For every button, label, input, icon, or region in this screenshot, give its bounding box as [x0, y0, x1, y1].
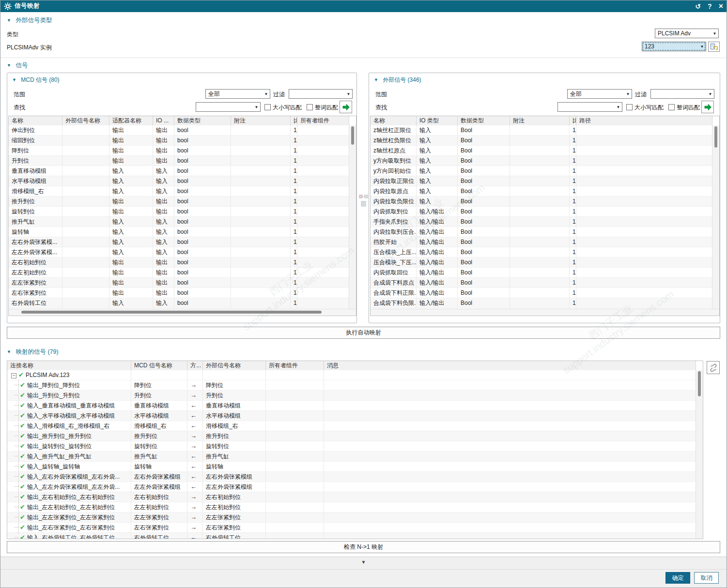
table-row[interactable]: 压合模块_下压...输入/输出Bool1: [371, 257, 712, 268]
table-row[interactable]: 旋转轴输入输入bool1: [9, 227, 349, 237]
column-header[interactable]: MCD 信号名称: [131, 361, 187, 370]
column-header[interactable]: 适配器名称: [109, 116, 153, 125]
table-row[interactable]: 左左外袋张紧模...输入输入bool1: [9, 247, 349, 257]
column-header[interactable]: 连接名称: [7, 361, 131, 370]
horizontal-scrollbar[interactable]: [371, 309, 719, 316]
column-header[interactable]: IO ...: [153, 116, 174, 125]
column-header[interactable]: 外部信号名称: [203, 361, 266, 370]
table-row[interactable]: 内袋拉取负限位输入Bool1: [371, 196, 712, 207]
table-row[interactable]: 缩回到位输出输出bool1: [9, 136, 349, 146]
vertical-scrollbar[interactable]: [349, 125, 356, 309]
mcd-filter-select[interactable]: ▼: [289, 89, 353, 99]
table-row[interactable]: 降到位输出输出bool1: [9, 146, 349, 156]
mapped-signal-row[interactable]: ✔输出_旋转到位_旋转到位旋转到位→旋转到位: [7, 441, 696, 452]
table-row[interactable]: 合成袋下料负限...输入/输出Bool1: [371, 298, 712, 308]
column-header[interactable]: 外部信号名称: [62, 116, 109, 125]
table-row[interactable]: 内袋抓取到位输入/输出Bool1: [371, 207, 712, 217]
table-row[interactable]: 合成袋下料原点输入/输出Bool1: [371, 278, 712, 288]
scrollbar-thumb[interactable]: [714, 126, 717, 148]
scrollbar-thumb[interactable]: [698, 371, 701, 396]
ext-match-case[interactable]: 大小写匹配: [626, 104, 664, 112]
horizontal-scrollbar[interactable]: [9, 309, 356, 316]
table-row[interactable]: 右外袋转工位输入输入bool1: [9, 298, 349, 308]
column-header[interactable]: 名称: [9, 116, 62, 125]
mapped-signal-row[interactable]: ✔输入_滑移模组_右_滑移模组_右滑移模组_右←滑移模组_右: [7, 421, 696, 431]
vertical-scrollbar[interactable]: [712, 125, 719, 309]
column-header[interactable]: IO 类型: [417, 116, 458, 125]
mapped-signal-row[interactable]: ✔输出_左左初始到位_左左初始到位左左初始到位→左左初始到位: [7, 502, 696, 513]
ext-find-next-button[interactable]: [701, 101, 714, 113]
section-external-signal-type[interactable]: ▼ 外部信号类型: [7, 16, 52, 25]
help-icon[interactable]: ?: [708, 3, 712, 10]
mapped-signal-row[interactable]: ✔输入_推升气缸_推升气缸推升气缸←推升气缸: [7, 452, 696, 462]
table-row[interactable]: 左右初始到位输出输出bool1: [9, 257, 349, 268]
break-mapping-button[interactable]: [707, 361, 720, 374]
table-row[interactable]: z轴丝杠正限位输入Bool1: [371, 125, 712, 136]
table-row[interactable]: 垂直移动模组输入输入bool1: [9, 166, 349, 176]
match-case-checkbox[interactable]: [264, 104, 271, 110]
collapse-handle[interactable]: ▼: [0, 559, 727, 565]
mapped-signal-row[interactable]: ✔输出_降到位_降到位降到位→降到位: [7, 380, 696, 391]
mapped-signal-row[interactable]: ✔输入_旋转轴_旋转轴旋转轴←旋转轴: [7, 462, 696, 472]
table-row[interactable]: 推升到位输出输出bool1: [9, 196, 349, 207]
section-mapped-signals[interactable]: ▼ 映射的信号 (79): [7, 348, 59, 356]
vertical-scrollbar[interactable]: [696, 370, 703, 539]
table-row[interactable]: z轴丝杠负限位输入Bool1: [371, 136, 712, 146]
refresh-instances-button[interactable]: [708, 42, 720, 52]
mcd-panel-title[interactable]: ▼ MCD 信号 (80): [12, 76, 60, 84]
table-row[interactable]: 滑移模组_右输入输入bool1: [9, 186, 349, 196]
mapped-signal-row[interactable]: ✔输入_垂直移动模组_垂直移动模组垂直移动模组←垂直移动模组: [7, 401, 696, 411]
table-row[interactable]: z轴丝杠原点输入Bool1: [371, 146, 712, 156]
external-panel-title[interactable]: ▼ 外部信号 (346): [374, 76, 421, 84]
mapped-signal-row[interactable]: ✔输出_左右张紧到位_左右张紧到位左右张紧到位→左右张紧到位: [7, 523, 696, 533]
table-row[interactable]: 左左初始到位输出输出bool1: [9, 268, 349, 278]
check-n-to-1-button[interactable]: 检查 N->1 映射: [7, 541, 720, 553]
column-header[interactable]: 所有者组件: [297, 116, 349, 125]
mcd-find-next-button[interactable]: [340, 101, 352, 113]
ext-find-input[interactable]: ▼: [557, 102, 622, 112]
tree-collapse-toggle[interactable]: –: [11, 373, 16, 378]
table-row[interactable]: 水平移动模组输入输入bool1: [9, 176, 349, 186]
auto-map-button[interactable]: 执行自动映射: [7, 327, 720, 339]
table-row[interactable]: 左右外袋张紧模...输入输入bool1: [9, 237, 349, 247]
table-row[interactable]: 内袋抓取回位输入/输出Bool1: [371, 268, 712, 278]
scrollbar-thumb[interactable]: [21, 311, 322, 314]
column-header[interactable]: 所有者组件: [266, 361, 324, 370]
mapped-signal-row[interactable]: ✔输出_升到位_升到位升到位→升到位: [7, 391, 696, 401]
column-header[interactable]: 消息: [324, 361, 696, 370]
mapped-signal-row[interactable]: ✔输出_左右初始到位_左右初始到位左右初始到位→左右初始到位: [7, 492, 696, 502]
ext-range-select[interactable]: 全部 ▼: [567, 89, 632, 99]
match-case-checkbox[interactable]: [626, 104, 633, 110]
mapped-signal-row[interactable]: ✔输出_左左张紧到位_左左张紧到位左左张紧到位→左左张紧到位: [7, 513, 696, 523]
column-header[interactable]: 名称: [371, 116, 417, 125]
table-row[interactable]: 压合模块_上压...输入/输出Bool1: [371, 247, 712, 257]
map-signal-button[interactable]: [358, 190, 369, 211]
tree-root-row[interactable]: –✔PLCSIM Adv.123: [7, 370, 696, 380]
mcd-match-case[interactable]: 大小写匹配: [264, 104, 302, 112]
table-row[interactable]: 左左张紧到位输出输出bool1: [9, 278, 349, 288]
table-row[interactable]: y方向回初始位输入Bool1: [371, 166, 712, 176]
table-row[interactable]: 左右张紧到位输出输出bool1: [9, 288, 349, 298]
mapped-signal-row[interactable]: ✔输入_左右外袋张紧模组_左右外袋...左右外袋张紧模组←左右外袋张紧模组: [7, 472, 696, 482]
mapped-signal-row[interactable]: ✔输入_左左外袋张紧模组_左左外袋...左左外袋张紧模组←左左外袋张紧模组: [7, 482, 696, 492]
table-row[interactable]: 升到位输出输出bool1: [9, 156, 349, 166]
mcd-find-input[interactable]: ▼: [196, 102, 261, 112]
type-select[interactable]: PLCSIM Adv ▼: [655, 29, 719, 38]
table-row[interactable]: 合成袋下料正限...输入/输出Bool1: [371, 288, 712, 298]
table-row[interactable]: 挡胶开始输入/输出Bool1: [371, 237, 712, 247]
column-header[interactable]: 比例: [570, 116, 576, 125]
column-header[interactable]: 路径: [576, 116, 712, 125]
table-row[interactable]: 内袋拉取到压合...输入/输出Bool1: [371, 227, 712, 237]
table-row[interactable]: y方向吸取到位输入Bool1: [371, 156, 712, 166]
table-row[interactable]: 旋转到位输出输出bool1: [9, 207, 349, 217]
whole-word-checkbox[interactable]: [307, 104, 313, 110]
mapped-signal-row[interactable]: ✔输入_右外袋转工位_右外袋转工位右外袋转工位←右外袋转工位: [7, 533, 696, 539]
mcd-whole-word[interactable]: 整词匹配: [307, 104, 338, 112]
column-header[interactable]: 数据类型: [458, 116, 510, 125]
column-header[interactable]: 方...: [187, 361, 203, 370]
cancel-button[interactable]: 取消: [694, 572, 719, 584]
column-header[interactable]: 数据类型: [174, 116, 231, 125]
table-row[interactable]: 手指夹爪到位输入/输出Bool1: [371, 217, 712, 227]
table-row[interactable]: 推升气缸输入输入bool1: [9, 217, 349, 227]
section-signals[interactable]: ▼ 信号: [7, 61, 28, 70]
